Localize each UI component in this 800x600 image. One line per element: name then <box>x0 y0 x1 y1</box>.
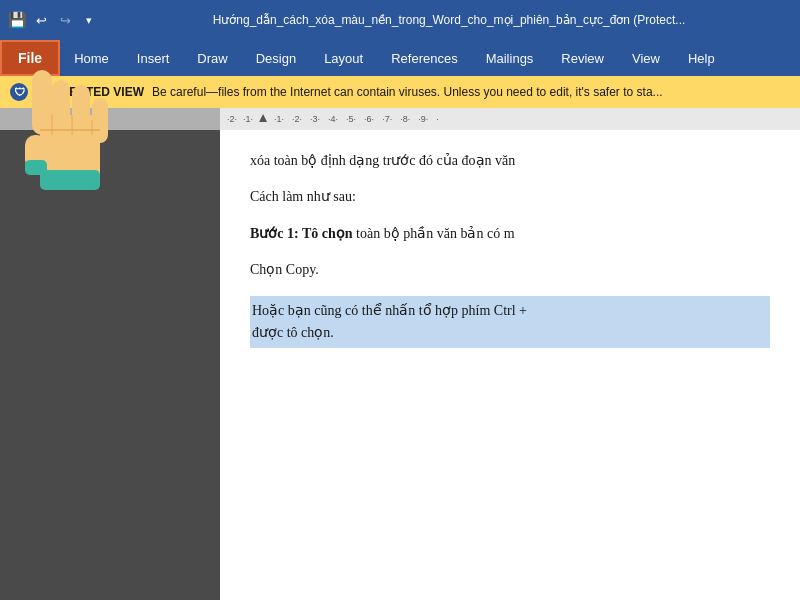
main-area: xóa toàn bộ định dạng trước đó của đoạn … <box>0 130 800 600</box>
ruler: ·2· ·1· ·1· ·2· ·3· ·4· ·5· ·6· ·7· ·8· … <box>0 108 800 130</box>
menu-item-draw[interactable]: Draw <box>183 40 241 76</box>
left-margin <box>0 130 220 600</box>
menu-item-review[interactable]: Review <box>547 40 618 76</box>
menu-item-help[interactable]: Help <box>674 40 729 76</box>
ruler-mark: ·3· <box>306 114 324 124</box>
protected-view-bar: 🛡 PROTECTED VIEW Be careful—files from t… <box>0 76 800 108</box>
doc-para-1: xóa toàn bộ định dạng trước đó của đoạn … <box>250 150 770 172</box>
menu-item-view[interactable]: View <box>618 40 674 76</box>
doc-para-3: Bước 1: Tô chọn toàn bộ phần văn bản có … <box>250 223 770 245</box>
ruler-mark: ·2· <box>224 114 240 124</box>
title-bar: 💾 ↩ ↪ ▾ Hướng_dẫn_cách_xóa_màu_nền_trong… <box>0 0 800 40</box>
save-icon[interactable]: 💾 <box>8 11 26 29</box>
menu-item-insert[interactable]: Insert <box>123 40 184 76</box>
ruler-mark: ·6· <box>360 114 378 124</box>
doc-para2-text: Cách làm như sau: <box>250 189 356 204</box>
doc-highlighted-line2: được tô chọn. <box>252 322 768 344</box>
menu-item-references[interactable]: References <box>377 40 471 76</box>
title-bar-icons: 💾 ↩ ↪ ▾ <box>8 11 98 29</box>
more-icon[interactable]: ▾ <box>80 11 98 29</box>
protected-message: Be careful—files from the Internet can c… <box>152 85 663 99</box>
ruler-mark: · <box>432 114 443 124</box>
doc-para-2: Cách làm như sau: <box>250 186 770 208</box>
ruler-mark: ·8· <box>396 114 414 124</box>
doc-bold-1: Bước 1: Tô chọn <box>250 226 353 241</box>
ruler-mark: ·7· <box>378 114 396 124</box>
ruler-content: ·2· ·1· ·1· ·2· ·3· ·4· ·5· ·6· ·7· ·8· … <box>220 108 800 130</box>
ribbon: File Home Insert Draw Design Layout Refe… <box>0 40 800 76</box>
ruler-mark: ·2· <box>288 114 306 124</box>
ruler-left <box>0 108 220 130</box>
protected-label: PROTECTED VIEW <box>36 85 144 99</box>
ruler-mark: ·9· <box>414 114 432 124</box>
menu-item-mailings[interactable]: Mailings <box>472 40 548 76</box>
document-area[interactable]: xóa toàn bộ định dạng trước đó của đoạn … <box>220 130 800 600</box>
ruler-mark: ·1· <box>240 114 256 124</box>
undo-icon[interactable]: ↩ <box>32 11 50 29</box>
doc-para-4: Chọn Copy. <box>250 259 770 281</box>
ruler-marks: ·2· ·1· ·1· ·2· ·3· ·4· ·5· ·6· ·7· ·8· … <box>220 114 443 124</box>
doc-rest-1: toàn bộ phần văn bản có m <box>353 226 515 241</box>
ruler-mark: ·5· <box>342 114 360 124</box>
ruler-mark: ·4· <box>324 114 342 124</box>
menu-item-layout[interactable]: Layout <box>310 40 377 76</box>
doc-highlighted-line1: Hoặc bạn cũng có thể nhấn tổ hợp phím Ct… <box>252 300 768 322</box>
doc-line-1: xóa toàn bộ định dạng trước đó của đoạn … <box>250 153 515 168</box>
document-text: xóa toàn bộ định dạng trước đó của đoạn … <box>250 150 770 348</box>
file-button[interactable]: File <box>0 40 60 76</box>
doc-para-highlighted: Hoặc bạn cũng có thể nhấn tổ hợp phím Ct… <box>250 296 770 349</box>
menu-item-home[interactable]: Home <box>60 40 123 76</box>
menu-items: Home Insert Draw Design Layout Reference… <box>60 40 729 76</box>
shield-icon: 🛡 <box>10 83 28 101</box>
ruler-mark: ·1· <box>270 114 288 124</box>
doc-copy-text: Chọn Copy. <box>250 262 319 277</box>
document-title: Hướng_dẫn_cách_xóa_màu_nền_trong_Word_ch… <box>106 13 792 27</box>
redo-icon[interactable]: ↪ <box>56 11 74 29</box>
menu-item-design[interactable]: Design <box>242 40 310 76</box>
